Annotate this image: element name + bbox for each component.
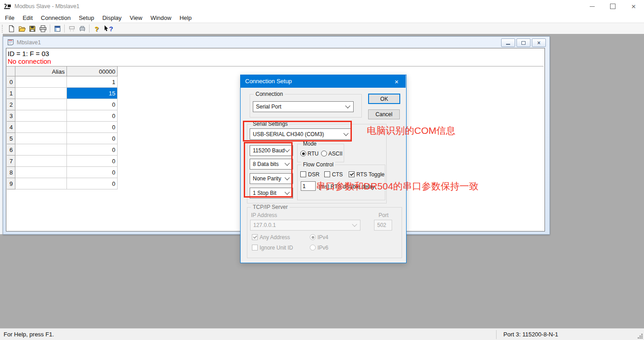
ascii-radio[interactable] bbox=[321, 151, 327, 156]
annotation-com-note: 电脑识别的COM信息 bbox=[367, 124, 455, 137]
menu-item-connection[interactable]: Connection bbox=[37, 13, 75, 23]
header-row: Alias 00000 bbox=[7, 67, 118, 76]
document-title: Mbslave1 bbox=[17, 39, 41, 46]
value-cell[interactable]: 0 bbox=[67, 133, 118, 144]
close-button[interactable]: × bbox=[623, 0, 644, 13]
value-column-header[interactable]: 00000 bbox=[67, 67, 118, 76]
menu-item-setup[interactable]: Setup bbox=[75, 13, 98, 23]
menu-item-display[interactable]: Display bbox=[98, 13, 126, 23]
mode-group-label: Mode bbox=[301, 141, 318, 147]
row-header[interactable]: 0 bbox=[7, 76, 15, 88]
alias-cell[interactable] bbox=[15, 88, 67, 99]
ipv6-label: IPv6 bbox=[317, 245, 328, 251]
alias-cell[interactable] bbox=[15, 156, 67, 167]
open-file-icon[interactable] bbox=[17, 24, 27, 33]
menu-item-window[interactable]: Window bbox=[147, 13, 175, 23]
chevron-down-icon bbox=[352, 222, 357, 227]
value-cell[interactable]: 0 bbox=[67, 178, 118, 189]
table-row: 01 bbox=[7, 76, 118, 88]
child-restore-button[interactable] bbox=[516, 38, 530, 47]
table-row: 50 bbox=[7, 133, 118, 144]
row-header[interactable]: 3 bbox=[7, 110, 15, 122]
row-header[interactable]: 2 bbox=[7, 99, 15, 110]
document-icon[interactable] bbox=[7, 39, 14, 47]
value-cell[interactable]: 0 bbox=[67, 122, 118, 133]
value-cell[interactable]: 15 bbox=[67, 88, 118, 99]
connection-type-dropdown[interactable]: Serial Port bbox=[253, 101, 354, 112]
resize-grip[interactable] bbox=[641, 337, 643, 339]
table-row: 40 bbox=[7, 122, 118, 133]
menu-item-view[interactable]: View bbox=[126, 13, 147, 23]
context-help-icon[interactable]: ? bbox=[102, 24, 115, 33]
alias-cell[interactable] bbox=[15, 122, 67, 133]
alias-cell[interactable] bbox=[15, 76, 67, 88]
corner-header[interactable] bbox=[7, 67, 15, 76]
rts-delay-input[interactable] bbox=[301, 181, 316, 191]
value-cell[interactable]: 0 bbox=[67, 167, 118, 178]
table-row: 115 bbox=[7, 88, 118, 99]
table-row: 60 bbox=[7, 144, 118, 156]
value-cell[interactable]: 1 bbox=[67, 76, 118, 88]
rts-toggle-checkbox[interactable] bbox=[349, 171, 355, 177]
row-header[interactable]: 8 bbox=[7, 167, 15, 178]
close-icon: × bbox=[537, 40, 540, 46]
new-file-icon[interactable] bbox=[6, 24, 17, 33]
ipv4-label: IPv4 bbox=[317, 234, 328, 241]
help-icon[interactable]: ? bbox=[91, 24, 102, 33]
table-row: 70 bbox=[7, 156, 118, 167]
table-row: 80 bbox=[7, 167, 118, 178]
menu-item-file[interactable]: File bbox=[1, 13, 19, 23]
alias-cell[interactable] bbox=[15, 167, 67, 178]
print-icon[interactable] bbox=[38, 24, 48, 33]
alias-cell[interactable] bbox=[15, 99, 67, 110]
display-setup-icon[interactable] bbox=[52, 24, 62, 33]
cts-checkbox[interactable] bbox=[324, 171, 330, 177]
toolbar: ? ? bbox=[0, 23, 644, 34]
annotation-box-serial-params bbox=[244, 142, 293, 198]
menu-item-edit[interactable]: Edit bbox=[19, 13, 37, 23]
dsr-checkbox[interactable] bbox=[300, 171, 306, 177]
cancel-button[interactable]: Cancel bbox=[368, 109, 400, 119]
value-cell[interactable]: 0 bbox=[67, 144, 118, 156]
row-header[interactable]: 9 bbox=[7, 178, 15, 189]
dialog-close-button[interactable]: × bbox=[387, 75, 406, 88]
minimize-icon bbox=[506, 44, 510, 45]
row-header[interactable]: 4 bbox=[7, 122, 15, 133]
child-minimize-button[interactable] bbox=[501, 38, 515, 47]
alias-cell[interactable] bbox=[15, 144, 67, 156]
toolbar-grip[interactable] bbox=[2, 25, 4, 33]
value-cell[interactable]: 0 bbox=[67, 99, 118, 110]
alias-cell[interactable] bbox=[15, 133, 67, 144]
save-file-icon[interactable] bbox=[27, 24, 38, 33]
ipv4-radio bbox=[310, 234, 316, 240]
row-header[interactable]: 6 bbox=[7, 144, 15, 156]
close-icon: × bbox=[395, 78, 399, 85]
modbus-slave-app: Modbus Slave - Mbslave1 × File Edit Conn… bbox=[0, 0, 644, 340]
row-header[interactable]: 5 bbox=[7, 133, 15, 144]
child-close-button[interactable]: × bbox=[532, 38, 546, 47]
row-header[interactable]: 1 bbox=[7, 88, 15, 99]
maximize-icon bbox=[610, 4, 616, 9]
port-label: Port bbox=[379, 212, 388, 218]
minimize-button[interactable] bbox=[582, 0, 602, 13]
row-header[interactable]: 7 bbox=[7, 156, 15, 167]
rtu-label: RTU bbox=[308, 151, 318, 157]
toolbar-separator bbox=[89, 24, 90, 33]
app-icon[interactable] bbox=[4, 3, 12, 11]
context-help-glyph: ? bbox=[109, 25, 113, 33]
alias-column-header[interactable]: Alias bbox=[15, 67, 67, 76]
connect-disabled-icon bbox=[66, 24, 77, 33]
ignore-unit-id-checkbox bbox=[252, 245, 258, 250]
auto-answer-icon[interactable] bbox=[77, 24, 87, 33]
menu-item-help[interactable]: Help bbox=[175, 13, 196, 23]
rtu-radio[interactable] bbox=[300, 151, 306, 156]
alias-cell[interactable] bbox=[15, 110, 67, 122]
value-cell[interactable]: 0 bbox=[67, 110, 118, 122]
ok-button[interactable]: OK bbox=[368, 94, 400, 104]
ip-address-label: IP Address bbox=[251, 212, 277, 218]
maximize-button[interactable] bbox=[602, 0, 623, 13]
menu-bar: File Edit Connection Setup Display View … bbox=[0, 13, 644, 23]
toolbar-separator bbox=[50, 24, 50, 33]
value-cell[interactable]: 0 bbox=[67, 156, 118, 167]
alias-cell[interactable] bbox=[15, 178, 67, 189]
